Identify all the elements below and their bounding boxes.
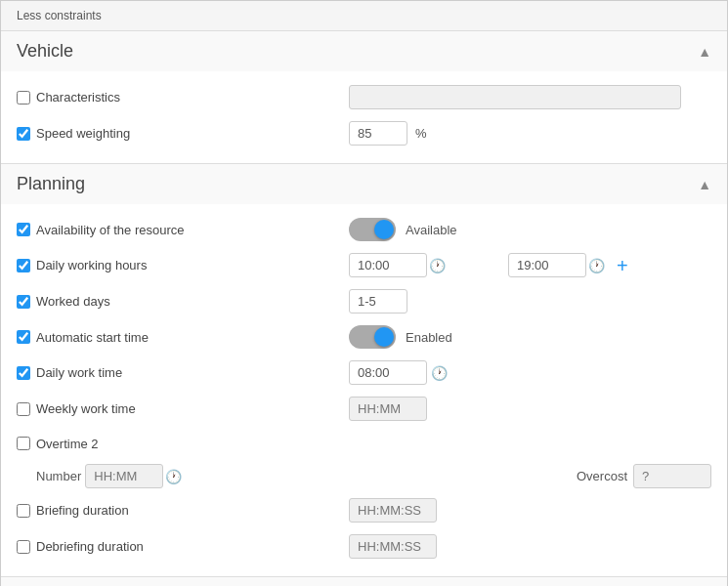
speed-weighting-label-group: Speed weighting — [17, 126, 349, 141]
briefing-duration-control — [349, 498, 711, 523]
vehicle-section-header[interactable]: Vehicle ▲ — [1, 31, 727, 71]
tour-section: Tour ▲ — [1, 577, 727, 586]
end-clock-icon[interactable]: 🕐 — [588, 258, 605, 273]
speed-weighting-input[interactable] — [349, 121, 407, 146]
overtime2-label: Overtime 2 — [36, 437, 99, 451]
overtime2-sub-row: Number 🕐 Overcost — [17, 460, 711, 492]
automatic-start-time-label-group: Automatic start time — [17, 330, 349, 345]
availability-label: Availability of the resource — [36, 223, 185, 237]
vehicle-section-body: Characteristics Speed weighting % — [1, 71, 727, 163]
daily-work-time-row: Daily work time 🕐 — [17, 355, 711, 391]
worked-days-label: Worked days — [36, 294, 110, 309]
daily-working-hours-control: 🕐 🕐 + — [349, 253, 711, 277]
weekly-work-time-control — [349, 397, 711, 421]
speed-weighting-control: % — [349, 121, 711, 146]
overtime2-overcost-input[interactable] — [633, 464, 711, 488]
speed-weighting-label: Speed weighting — [36, 126, 130, 141]
planning-chevron-icon: ▲ — [698, 177, 711, 192]
planning-section-header[interactable]: Planning ▲ — [1, 164, 727, 204]
daily-working-hours-end-input[interactable] — [508, 253, 586, 277]
weekly-work-time-checkbox[interactable] — [17, 402, 30, 416]
characteristics-control — [349, 85, 711, 109]
vehicle-section: Vehicle ▲ Characteristics Speed weightin… — [1, 31, 727, 164]
briefing-duration-label-group: Briefing duration — [17, 503, 349, 518]
daily-work-time-input[interactable] — [349, 360, 427, 385]
daily-work-time-label: Daily work time — [36, 365, 122, 380]
less-constraints-label: Less constraints — [17, 9, 102, 22]
tour-section-header[interactable]: Tour ▲ — [1, 577, 727, 586]
availability-toggle[interactable] — [349, 218, 396, 241]
overtime2-number-label: Number — [36, 469, 81, 483]
characteristics-row: Characteristics — [17, 79, 711, 115]
automatic-start-time-toggle[interactable] — [349, 325, 396, 349]
availability-label-group: Availability of the resource — [17, 223, 349, 237]
vehicle-chevron-icon: ▲ — [698, 44, 711, 60]
weekly-work-time-label-group: Weekly work time — [17, 401, 349, 416]
daily-working-hours-label-group: Daily working hours — [17, 258, 349, 272]
start-clock-icon[interactable]: 🕐 — [429, 258, 446, 273]
characteristics-checkbox[interactable] — [17, 91, 30, 105]
briefing-duration-checkbox[interactable] — [17, 504, 30, 518]
daily-working-hours-checkbox[interactable] — [17, 259, 30, 272]
speed-weighting-unit: % — [415, 126, 427, 141]
add-time-range-button[interactable]: + — [617, 256, 628, 275]
debriefing-duration-row: Debriefing duration — [17, 528, 711, 565]
daily-working-hours-start-input[interactable] — [349, 253, 427, 277]
debriefing-duration-control — [349, 534, 711, 559]
weekly-work-time-input[interactable] — [349, 397, 427, 421]
speed-weighting-row: Speed weighting % — [17, 115, 711, 151]
automatic-start-time-label: Automatic start time — [36, 330, 149, 345]
briefing-duration-input[interactable] — [349, 498, 437, 523]
debriefing-duration-checkbox[interactable] — [17, 540, 30, 554]
overtime2-overcost-label: Overcost — [577, 469, 627, 483]
less-constraints-bar: Less constraints — [1, 1, 727, 31]
characteristics-label-group: Characteristics — [17, 90, 349, 105]
speed-weighting-checkbox[interactable] — [17, 127, 30, 141]
daily-work-time-control: 🕐 — [349, 360, 711, 385]
worked-days-row: Worked days — [17, 283, 711, 319]
briefing-duration-label: Briefing duration — [36, 503, 129, 518]
debriefing-duration-label-group: Debriefing duration — [17, 539, 349, 554]
planning-title: Planning — [17, 174, 85, 194]
debriefing-duration-label: Debriefing duration — [36, 539, 144, 554]
daily-work-time-label-group: Daily work time — [17, 365, 349, 380]
briefing-duration-row: Briefing duration — [17, 492, 711, 528]
planning-section: Planning ▲ Availability of the resource … — [1, 164, 727, 577]
overtime2-label-group: Overtime 2 — [17, 437, 349, 451]
weekly-work-time-row: Weekly work time — [17, 391, 711, 427]
worked-days-checkbox[interactable] — [17, 295, 30, 309]
weekly-work-time-label: Weekly work time — [36, 401, 136, 416]
automatic-start-time-row: Automatic start time Enabled — [17, 319, 711, 355]
worked-days-label-group: Worked days — [17, 294, 349, 309]
daily-working-hours-label: Daily working hours — [36, 258, 147, 272]
availability-control: Available — [349, 218, 711, 241]
debriefing-duration-input[interactable] — [349, 534, 437, 559]
worked-days-input[interactable] — [349, 289, 407, 314]
availability-status: Available — [406, 223, 457, 237]
vehicle-title: Vehicle — [17, 41, 73, 62]
daily-work-time-clock-icon[interactable]: 🕐 — [431, 365, 448, 381]
availability-row: Availability of the resource Available — [17, 212, 711, 247]
automatic-start-time-status: Enabled — [406, 330, 452, 345]
automatic-start-time-control: Enabled — [349, 325, 711, 349]
main-container: Less constraints Vehicle ▲ Characteristi… — [0, 0, 728, 586]
overtime2-checkbox[interactable] — [17, 437, 30, 450]
overtime2-row: Overtime 2 — [17, 427, 711, 460]
characteristics-label: Characteristics — [36, 90, 120, 105]
worked-days-control — [349, 289, 711, 314]
availability-checkbox[interactable] — [17, 223, 30, 236]
daily-work-time-checkbox[interactable] — [17, 366, 30, 380]
overtime2-number-input[interactable] — [85, 464, 163, 488]
automatic-start-time-checkbox[interactable] — [17, 330, 30, 344]
characteristics-input[interactable] — [349, 85, 681, 109]
overtime2-clock-icon[interactable]: 🕐 — [165, 469, 182, 484]
daily-working-hours-row: Daily working hours 🕐 🕐 + — [17, 247, 711, 283]
planning-section-body: Availability of the resource Available D… — [1, 204, 727, 576]
